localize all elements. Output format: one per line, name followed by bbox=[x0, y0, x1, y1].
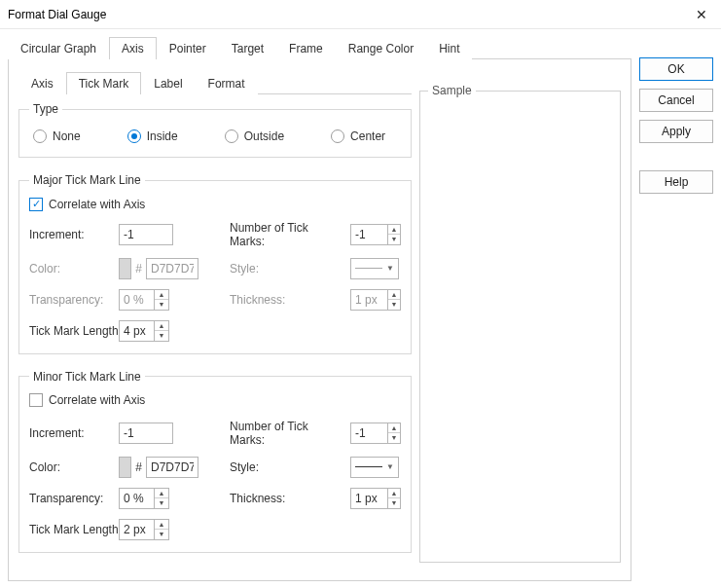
hash-symbol: # bbox=[135, 262, 142, 276]
major-color-hex bbox=[146, 258, 198, 279]
major-thickness-label: Thickness: bbox=[230, 293, 346, 307]
cancel-button[interactable]: Cancel bbox=[639, 89, 713, 112]
type-center-radio[interactable]: Center bbox=[331, 129, 385, 143]
spin-down-icon: ▼ bbox=[388, 235, 400, 244]
titlebar: Format Dial Gauge ✕ bbox=[0, 0, 721, 29]
close-button[interactable]: ✕ bbox=[682, 0, 721, 29]
minor-thickness-spin[interactable]: ▲▼ bbox=[350, 488, 401, 509]
major-style-select[interactable]: ▼ bbox=[350, 258, 399, 279]
apply-button[interactable]: Apply bbox=[639, 120, 713, 143]
tab-range-color[interactable]: Range Color bbox=[336, 37, 426, 59]
major-style-label: Style: bbox=[230, 262, 346, 276]
major-correlate-checkbox[interactable]: Correlate with Axis bbox=[29, 198, 145, 211]
minor-group: Minor Tick Mark Line Correlate with Axis… bbox=[18, 370, 412, 553]
chevron-down-icon: ▼ bbox=[386, 264, 394, 273]
subtab-label[interactable]: Label bbox=[141, 72, 195, 94]
minor-color-label: Color: bbox=[29, 460, 115, 474]
minor-style-select[interactable]: ▼ bbox=[350, 457, 399, 478]
major-correlate-label: Correlate with Axis bbox=[49, 198, 145, 211]
major-length-spin[interactable]: ▲▼ bbox=[119, 320, 198, 342]
type-group: Type None Inside Outside Center bbox=[18, 102, 412, 158]
major-legend: Major Tick Mark Line bbox=[29, 173, 145, 187]
minor-correlate-checkbox[interactable]: Correlate with Axis bbox=[29, 393, 145, 407]
chevron-down-icon: ▼ bbox=[386, 462, 394, 471]
window-title: Format Dial Gauge bbox=[8, 8, 106, 21]
minor-correlate-label: Correlate with Axis bbox=[49, 393, 145, 407]
minor-increment-label: Increment: bbox=[29, 426, 115, 440]
major-transparency-spin[interactable]: ▲▼ bbox=[119, 289, 198, 311]
minor-length-spin[interactable]: ▲▼ bbox=[119, 519, 198, 540]
spin-up-icon: ▲ bbox=[388, 225, 400, 236]
sample-preview: Sample bbox=[419, 91, 621, 563]
minor-increment-input[interactable] bbox=[119, 423, 173, 444]
tab-axis[interactable]: Axis bbox=[109, 37, 157, 59]
type-outside-radio[interactable]: Outside bbox=[225, 129, 284, 143]
minor-length-label: Tick Mark Length: bbox=[29, 523, 115, 536]
tab-target[interactable]: Target bbox=[219, 37, 276, 59]
subtab-tick-mark[interactable]: Tick Mark bbox=[66, 72, 142, 94]
major-numtick-label: Number of Tick Marks: bbox=[230, 221, 346, 248]
major-transparency-label: Transparency: bbox=[29, 293, 115, 307]
type-outside-label: Outside bbox=[244, 129, 284, 143]
major-color-label: Color: bbox=[29, 262, 115, 276]
major-group: Major Tick Mark Line Correlate with Axis… bbox=[18, 173, 412, 354]
type-center-label: Center bbox=[350, 129, 385, 143]
type-none-label: None bbox=[53, 129, 81, 143]
major-color-swatch[interactable] bbox=[119, 258, 131, 279]
main-tabs: Circular Graph Axis Pointer Target Frame… bbox=[8, 36, 631, 59]
minor-numtick-label: Number of Tick Marks: bbox=[230, 420, 346, 447]
minor-thickness-label: Thickness: bbox=[230, 492, 346, 505]
major-increment-label: Increment: bbox=[29, 228, 115, 241]
tab-hint[interactable]: Hint bbox=[426, 37, 472, 59]
major-thickness-spin[interactable]: ▲▼ bbox=[350, 289, 401, 311]
type-inside-radio[interactable]: Inside bbox=[127, 129, 178, 143]
subtab-axis[interactable]: Axis bbox=[18, 72, 66, 94]
sub-tabs: Axis Tick Mark Label Format bbox=[18, 71, 412, 94]
minor-transparency-spin[interactable]: ▲▼ bbox=[119, 488, 198, 509]
minor-color-hex[interactable] bbox=[146, 457, 198, 478]
major-increment-input[interactable] bbox=[119, 224, 173, 245]
major-length-label: Tick Mark Length: bbox=[29, 324, 115, 338]
hash-symbol: # bbox=[135, 460, 142, 474]
minor-numtick-spin[interactable]: ▲▼ bbox=[350, 423, 401, 444]
tab-pointer[interactable]: Pointer bbox=[157, 37, 219, 59]
minor-style-label: Style: bbox=[230, 460, 346, 474]
major-numtick-spin[interactable]: ▲▼ bbox=[350, 224, 401, 245]
minor-legend: Minor Tick Mark Line bbox=[29, 370, 145, 384]
sample-label: Sample bbox=[428, 84, 476, 97]
tab-frame[interactable]: Frame bbox=[276, 37, 336, 59]
tab-circular-graph[interactable]: Circular Graph bbox=[8, 37, 109, 59]
help-button[interactable]: Help bbox=[639, 170, 713, 194]
type-inside-label: Inside bbox=[147, 129, 178, 143]
minor-color-swatch[interactable] bbox=[119, 457, 131, 478]
minor-transparency-label: Transparency: bbox=[29, 492, 115, 505]
subtab-format[interactable]: Format bbox=[196, 72, 258, 94]
ok-button[interactable]: OK bbox=[639, 57, 713, 81]
type-legend: Type bbox=[29, 102, 62, 116]
type-none-radio[interactable]: None bbox=[33, 129, 81, 143]
